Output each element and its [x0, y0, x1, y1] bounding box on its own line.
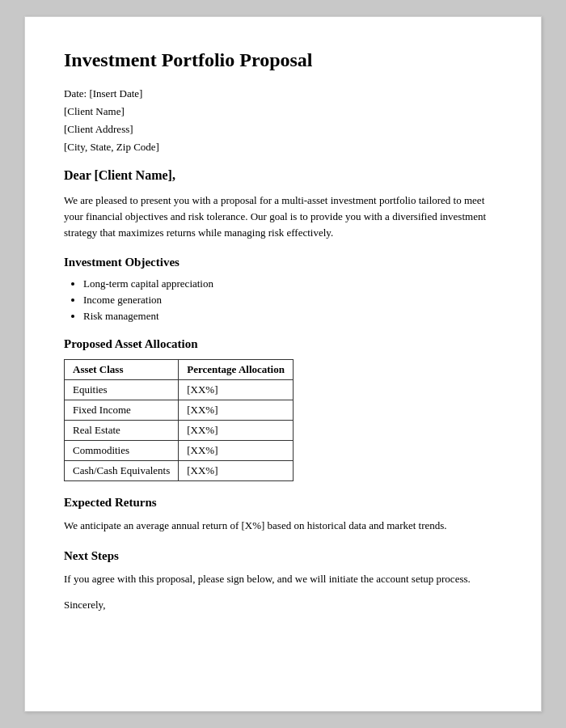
- list-item: Income generation: [83, 294, 502, 307]
- expected-returns-text: We anticipate an average annual return o…: [64, 518, 502, 534]
- proposed-allocation-heading: Proposed Asset Allocation: [64, 337, 502, 351]
- closing: Sincerely,: [64, 599, 502, 612]
- list-item: Long-term capital appreciation: [83, 277, 502, 290]
- table-header-row: Asset Class Percentage Allocation: [65, 360, 294, 380]
- investment-objectives-list: Long-term capital appreciation Income ge…: [83, 277, 502, 323]
- asset-class-cell: Real Estate: [65, 421, 179, 441]
- expected-returns-heading: Expected Returns: [64, 496, 502, 510]
- table-row: Commodities[XX%]: [65, 441, 294, 461]
- column-header-percentage: Percentage Allocation: [179, 360, 294, 380]
- client-address-line: [Client Address]: [64, 123, 502, 136]
- allocation-table: Asset Class Percentage Allocation Equiti…: [64, 359, 294, 481]
- percentage-cell: [XX%]: [179, 380, 294, 400]
- list-item: Risk management: [83, 310, 502, 323]
- next-steps-heading: Next Steps: [64, 549, 502, 563]
- city-state-zip-line: [City, State, Zip Code]: [64, 141, 502, 154]
- next-steps-text: If you agree with this proposal, please …: [64, 571, 502, 587]
- table-row: Real Estate[XX%]: [65, 421, 294, 441]
- document-title: Investment Portfolio Proposal: [64, 49, 502, 71]
- asset-class-cell: Fixed Income: [65, 400, 179, 421]
- salutation: Dear [Client Name],: [64, 168, 502, 183]
- percentage-cell: [XX%]: [179, 441, 294, 461]
- table-row: Equities[XX%]: [65, 380, 294, 400]
- client-name-line: [Client Name]: [64, 105, 502, 118]
- percentage-cell: [XX%]: [179, 421, 294, 441]
- percentage-cell: [XX%]: [179, 400, 294, 421]
- table-row: Cash/Cash Equivalents[XX%]: [65, 461, 294, 481]
- table-row: Fixed Income[XX%]: [65, 400, 294, 421]
- document-container: Investment Portfolio Proposal Date: [Ins…: [24, 16, 542, 712]
- investment-objectives-heading: Investment Objectives: [64, 256, 502, 269]
- asset-class-cell: Cash/Cash Equivalents: [65, 461, 179, 481]
- asset-class-cell: Equities: [65, 380, 179, 400]
- column-header-asset-class: Asset Class: [65, 360, 179, 380]
- date-line: Date: [Insert Date]: [64, 87, 502, 100]
- percentage-cell: [XX%]: [179, 461, 294, 481]
- intro-paragraph: We are pleased to present you with a pro…: [64, 193, 502, 241]
- asset-class-cell: Commodities: [65, 441, 179, 461]
